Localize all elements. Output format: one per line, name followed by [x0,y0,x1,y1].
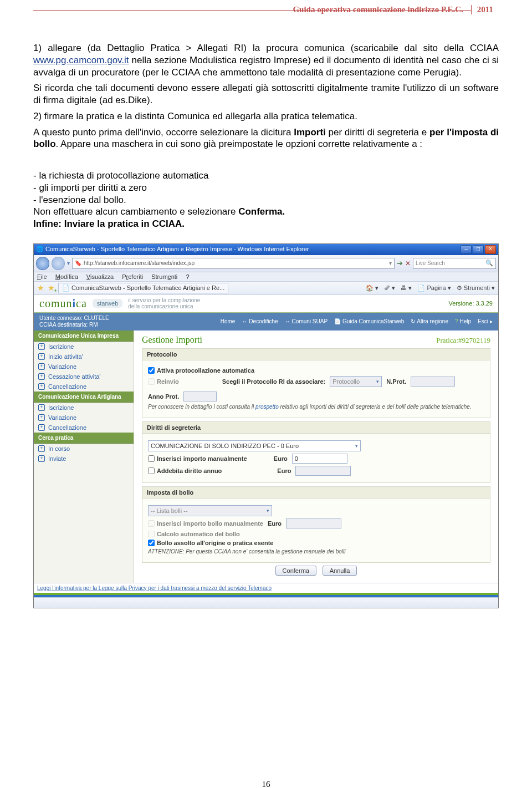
sidebar-item-variazione[interactable]: +Variazione [34,362,134,372]
stop-icon[interactable]: ✕ [405,260,411,267]
para-4-a: A questo punto prima dell'invio, occorre… [33,127,294,138]
checkbox-bollo-esente[interactable]: Bollo assolto all'origine o pratica esen… [148,540,273,546]
app-slogan: il servizio per la compilazione della co… [128,297,200,309]
checkbox-bollo-manuale[interactable]: Inserisci importo bollo manualmente [148,520,263,527]
menu-visualizza[interactable]: Visualizza [86,273,114,280]
add-favorite-icon[interactable]: ★+ [48,283,55,292]
page-number: 16 [0,780,532,788]
ie-menu-bar: FFileile Modifica Visualizza Preferiti S… [34,272,498,282]
checkbox-reinvio[interactable]: Reinvio [148,378,179,385]
ie-favicon: 🌐 [36,246,45,252]
sidebar-item-inizio[interactable]: +Inizio attivita' [34,352,134,362]
sidebar-item-incorso[interactable]: +In corso [34,444,134,454]
menu-file[interactable]: FFileile [37,273,47,280]
nprot-label: N.Prot. [386,378,406,385]
checkbox-diritto-annuo[interactable]: Addebita diritto annuo [148,467,222,474]
home-icon[interactable]: 🏠 ▾ [366,284,378,292]
nav-guida[interactable]: 📄Guida ComunicaStarweb [334,318,404,324]
feeds-icon[interactable]: 🗞 ▾ [384,284,395,292]
euro-label-2: Euro [277,467,291,474]
sidebar-item-iscrizione[interactable]: +Iscrizione [34,342,134,352]
scegli-label: Scegli il Protocollo RI da associare: [222,378,325,385]
nav-decodifiche[interactable]: ↔Decodifiche [242,318,278,324]
para-3: 2) firmare la pratica e la distinta Comu… [33,110,499,123]
plus-icon: + [38,363,45,370]
plus-icon: + [38,343,45,350]
euro-annuo-input[interactable] [295,466,351,476]
bollo-euro-label: Euro [268,520,282,527]
back-button[interactable] [36,257,49,270]
plus-icon: + [38,424,45,431]
nav-help[interactable]: ?Help [455,318,471,324]
favorites-icon[interactable]: ★ [37,283,44,292]
sidebar-item-inviate[interactable]: +Inviate [34,454,134,464]
ie-window-title: ComunicaStarweb - Sportello Telematico A… [45,246,309,252]
sidebar-item-art-cancellazione[interactable]: +Cancellazione [34,423,134,433]
nav-comuni-suap[interactable]: ↔Comuni SUAP [285,318,328,324]
plus-icon: + [38,353,45,360]
prospetto-link[interactable]: prospetto [255,404,279,410]
euro-input[interactable] [292,454,347,464]
list-item-1: - la richiesta di protocollazione automa… [33,170,499,182]
plus-icon: + [38,445,45,452]
close-button[interactable]: × [485,245,496,254]
document-body: 1) allegare (da Dettaglio Pratica > Alle… [33,42,499,230]
bollo-euro-input[interactable] [286,518,341,528]
segreteria-select[interactable]: COMUNICAZIONE DI SOLO INDIRIZZO PEC - 0 … [148,440,361,451]
section-bollo: Imposta di bollo -- Lista bolli -- Inser… [142,486,490,563]
maximize-button[interactable]: □ [473,245,484,254]
nav-altra-regione[interactable]: ↻Altra regione [411,318,448,324]
lock-icon: 🔖 [75,260,81,266]
checkbox-attiva-protocollazione[interactable]: Attiva protocollazione automatica [148,367,254,374]
page-menu[interactable]: 📄 Pagina ▾ [417,284,451,292]
menu-strumenti[interactable]: Strumenti [151,273,177,280]
app-body: Comunicazione Unica Impresa +Iscrizione … [34,331,498,583]
annulla-button[interactable]: Annulla [323,566,357,576]
search-box[interactable]: Live Search 🔍 [413,258,496,269]
nav-home[interactable]: Home [221,318,236,324]
protocollo-header: Protocollo [142,349,490,360]
annoprot-label: Anno Prot. [148,393,179,400]
minimize-button[interactable]: – [461,245,472,254]
dropdown-icon[interactable]: ▾ [67,260,70,266]
para-6: Infine: Inviare la pratica in CCIAA. [33,218,185,229]
sidebar-item-art-iscrizione[interactable]: +Iscrizione [34,403,134,413]
browser-tab[interactable]: 📄 ComunicaStarweb - Sportello Telematico… [58,283,228,293]
address-bar[interactable]: 🔖 http://starweb.infocamere.it/starweb/i… [72,258,395,269]
para-2: Si ricorda che tali documenti devono ess… [33,82,499,106]
menu-preferiti[interactable]: Preferiti [122,273,143,280]
main-title: Gestione Importi [142,335,202,345]
go-icon[interactable]: ➔ [397,259,403,267]
search-icon[interactable]: 🔍 [485,260,493,267]
ie-tab-row: ★ ★+ 📄 ComunicaStarweb - Sportello Telem… [34,282,498,295]
forward-button[interactable] [52,257,65,270]
checkbox-importo-manuale[interactable]: Inserisci importo manualmente [148,455,247,462]
menu-modifica[interactable]: Modifica [55,273,78,280]
para-1-a: 1) allegare (da Dettaglio Pratica > Alle… [33,43,499,53]
app-header: comunica starweb il servizio per la comp… [34,295,498,313]
ie-titlebar: 🌐 ComunicaStarweb - Sportello Telematico… [34,244,498,255]
privacy-link[interactable]: Leggi l'informativa per la Legge sulla P… [34,583,498,593]
sidebar-item-cessazione[interactable]: +Cessazione attivita' [34,372,134,382]
plus-icon: + [38,373,45,380]
print-icon[interactable]: 🖶 ▾ [401,284,412,292]
checkbox-calcolo-automatico[interactable]: Calcolo automatico del bollo [148,531,240,537]
dropdown-icon[interactable]: ▾ [389,260,392,266]
annoprot-input[interactable] [183,392,217,401]
conferma-button[interactable]: Conferma [275,566,316,576]
nav-esci[interactable]: Esci ▸ [478,318,493,324]
bollo-header: Imposta di bollo [142,487,490,499]
protocollo-select[interactable]: Protocollo [330,376,382,387]
camcom-link[interactable]: www.pg.camcom.gov.it [33,55,129,65]
sidebar-item-cancellazione[interactable]: +Cancellazione [34,382,134,392]
tools-menu[interactable]: ⚙ Strumenti ▾ [457,284,495,292]
bollo-select[interactable]: -- Lista bolli -- [148,505,272,516]
para-4-bold: Importi [294,127,326,138]
sidebar-item-art-variazione[interactable]: +Variazione [34,413,134,423]
menu-help[interactable]: ? [186,273,189,280]
tab-favicon: 📄 [62,284,71,291]
para-4-c: . Appare una maschera in cui sono già pr… [56,139,422,149]
nprot-input[interactable] [411,377,455,387]
protocollo-note: Per conoscere in dettaglio i costi consu… [148,404,484,410]
para-5-bold: Conferma. [238,206,285,217]
